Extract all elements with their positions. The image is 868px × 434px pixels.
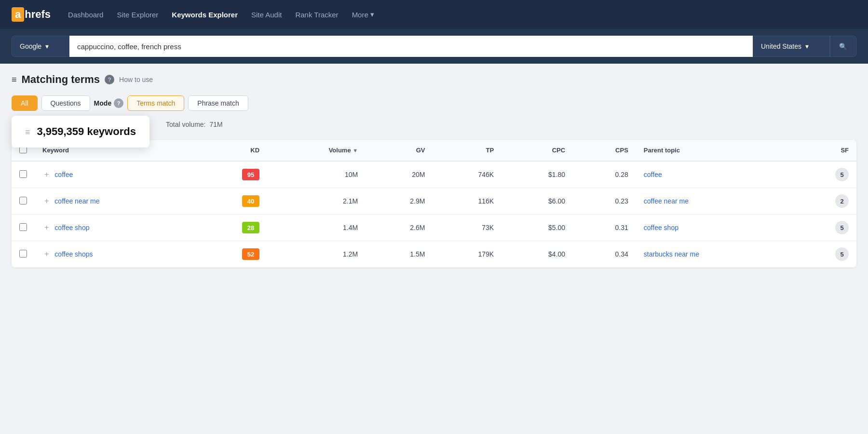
- page-title: Matching terms: [22, 73, 100, 86]
- add-keyword-button-3[interactable]: +: [42, 250, 51, 258]
- kd-badge-1: 40: [242, 195, 259, 207]
- row-cps-cell: 0.28: [573, 161, 636, 188]
- row-sf-cell: 5: [793, 215, 856, 241]
- row-cps-cell: 0.31: [573, 215, 636, 241]
- keyword-link-3[interactable]: coffee shops: [54, 250, 93, 258]
- row-volume-cell: 1.4M: [267, 215, 366, 241]
- keywords-count: 3,959,359 keywords: [37, 125, 136, 137]
- country-chevron-icon: ▾: [805, 42, 809, 50]
- country-label: United States: [761, 42, 801, 50]
- row-keyword-cell: + coffee: [35, 161, 195, 188]
- row-checkbox-3[interactable]: [19, 250, 27, 258]
- search-button[interactable]: 🔍: [830, 36, 856, 57]
- nav-site-explorer[interactable]: Site Explorer: [117, 11, 158, 19]
- row-kd-cell: 40: [195, 188, 267, 215]
- tab-terms-match[interactable]: Terms match: [127, 95, 184, 111]
- more-chevron-icon: ▾: [370, 10, 374, 19]
- logo[interactable]: a hrefs: [12, 7, 51, 22]
- row-gv-cell: 20M: [366, 161, 433, 188]
- sf-badge-2: 5: [835, 221, 849, 234]
- row-cpc-cell: $6.00: [502, 188, 573, 215]
- row-kd-cell: 52: [195, 241, 267, 268]
- nav-keywords-explorer[interactable]: Keywords Explorer: [172, 11, 238, 19]
- row-checkbox-cell: [12, 215, 35, 241]
- row-keyword-cell: + coffee near me: [35, 188, 195, 215]
- row-volume-cell: 10M: [267, 161, 366, 188]
- total-volume-label: Total volume:: [166, 121, 206, 128]
- nav-site-audit[interactable]: Site Audit: [251, 11, 282, 19]
- row-volume-cell: 2.1M: [267, 188, 366, 215]
- hamburger-icon[interactable]: ≡: [12, 75, 17, 85]
- row-parent-topic-cell: starbucks near me: [636, 241, 793, 268]
- keyword-link-1[interactable]: coffee near me: [54, 197, 99, 205]
- row-checkbox-cell: [12, 241, 35, 268]
- engine-select[interactable]: Google ▾: [12, 36, 69, 57]
- add-keyword-button-0[interactable]: +: [42, 170, 51, 179]
- logo-hrefs-text: hrefs: [25, 8, 51, 21]
- col-header-volume[interactable]: Volume ▼: [267, 140, 366, 161]
- sf-badge-0: 5: [835, 168, 849, 181]
- row-tp-cell: 746K: [433, 161, 502, 188]
- search-icon: 🔍: [839, 43, 847, 50]
- row-keyword-cell: + coffee shop: [35, 215, 195, 241]
- table-row: + coffee shop 28 1.4M 2.6M 73K $5.00 0.3…: [12, 215, 856, 241]
- country-select[interactable]: United States ▾: [753, 36, 830, 57]
- parent-topic-link-0[interactable]: coffee: [644, 171, 662, 178]
- table-row: + coffee near me 40 2.1M 2.9M 116K $6.00…: [12, 188, 856, 215]
- row-kd-cell: 95: [195, 161, 267, 188]
- row-gv-cell: 1.5M: [366, 241, 433, 268]
- col-header-cps: CPS: [573, 140, 636, 161]
- tab-all[interactable]: All: [12, 95, 38, 111]
- row-keyword-cell: + coffee shops: [35, 241, 195, 268]
- row-sf-cell: 2: [793, 188, 856, 215]
- parent-topic-link-3[interactable]: starbucks near me: [644, 250, 699, 258]
- row-cpc-cell: $5.00: [502, 215, 573, 241]
- mode-label: Mode ?: [94, 98, 124, 108]
- row-volume-cell: 1.2M: [267, 241, 366, 268]
- row-sf-cell: 5: [793, 241, 856, 268]
- tab-questions[interactable]: Questions: [41, 95, 90, 111]
- parent-topic-link-1[interactable]: coffee near me: [644, 197, 689, 205]
- row-checkbox-1[interactable]: [19, 197, 27, 204]
- add-keyword-button-2[interactable]: +: [42, 223, 51, 232]
- parent-topic-link-2[interactable]: coffee shop: [644, 224, 678, 231]
- search-input[interactable]: [69, 36, 753, 57]
- keyword-link-2[interactable]: coffee shop: [54, 224, 89, 231]
- engine-label: Google: [20, 42, 41, 50]
- row-tp-cell: 73K: [433, 215, 502, 241]
- row-sf-cell: 5: [793, 161, 856, 188]
- row-gv-cell: 2.6M: [366, 215, 433, 241]
- search-bar: Google ▾ United States ▾ 🔍: [0, 29, 868, 64]
- sf-badge-1: 2: [835, 194, 849, 208]
- tabs-row: All Questions Mode ? Terms match Phrase …: [12, 95, 856, 111]
- row-checkbox-2[interactable]: [19, 223, 27, 231]
- logo-a-letter: a: [12, 7, 24, 22]
- nav-more[interactable]: More ▾: [352, 10, 374, 19]
- row-parent-topic-cell: coffee shop: [636, 215, 793, 241]
- kd-badge-3: 52: [242, 248, 259, 260]
- tab-phrase-match[interactable]: Phrase match: [188, 95, 248, 111]
- how-to-use-link[interactable]: How to use: [119, 76, 153, 83]
- row-parent-topic-cell: coffee near me: [636, 188, 793, 215]
- nav-dashboard[interactable]: Dashboard: [68, 11, 103, 19]
- add-keyword-button-1[interactable]: +: [42, 197, 51, 205]
- col-header-gv: GV: [366, 140, 433, 161]
- keyword-link-0[interactable]: coffee: [54, 171, 73, 178]
- keywords-table: Keyword KD Volume ▼ GV TP CPC CPS Parent…: [12, 140, 856, 268]
- engine-chevron-icon: ▾: [45, 42, 49, 50]
- table-row: + coffee 95 10M 20M 746K $1.80 0.28 coff…: [12, 161, 856, 188]
- help-icon[interactable]: ?: [105, 75, 114, 84]
- row-checkbox-0[interactable]: [19, 170, 27, 178]
- nav-rank-tracker[interactable]: Rank Tracker: [295, 11, 338, 19]
- row-cpc-cell: $4.00: [502, 241, 573, 268]
- total-volume-value: 71M: [210, 121, 223, 128]
- row-tp-cell: 179K: [433, 241, 502, 268]
- col-header-cpc: CPC: [502, 140, 573, 161]
- mode-help-icon[interactable]: ?: [114, 98, 123, 108]
- row-checkbox-cell: [12, 161, 35, 188]
- col-header-kd: KD: [195, 140, 267, 161]
- stats-right: Total volume: 71M: [166, 121, 223, 128]
- stats-bar: ≡ 3,959,359 keywords Total volume: 71M: [12, 121, 856, 136]
- row-checkbox-cell: [12, 188, 35, 215]
- row-cpc-cell: $1.80: [502, 161, 573, 188]
